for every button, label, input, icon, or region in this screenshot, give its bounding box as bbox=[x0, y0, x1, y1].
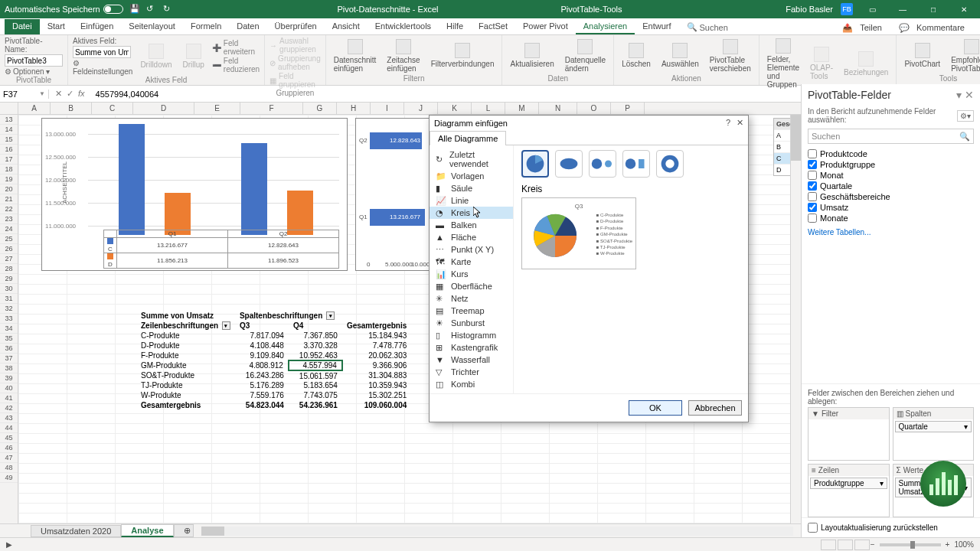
chart-type-item[interactable]: 📁Vorlagen bbox=[430, 170, 513, 182]
chart-type-item[interactable]: ⋯Punkt (X Y) bbox=[430, 243, 513, 256]
select-button[interactable]: Auswählen bbox=[658, 41, 702, 70]
cancel-button[interactable]: Abbrechen bbox=[688, 400, 742, 416]
row-header[interactable]: 45 bbox=[0, 433, 18, 443]
move-pt-button[interactable]: PivotTable verschieben bbox=[707, 37, 754, 74]
user-avatar[interactable]: FB bbox=[841, 3, 853, 15]
insert-slicer-button[interactable]: Datenschnitt einfügen bbox=[331, 37, 380, 74]
horizontal-scrollbar[interactable] bbox=[201, 527, 793, 536]
chart-preview[interactable]: Q3 ■ C-Produkte■ D-Produkte■ F-Produkte■… bbox=[521, 197, 636, 269]
refresh-button[interactable]: Aktualisieren bbox=[507, 41, 557, 70]
chart-type-item[interactable]: ▬Balken bbox=[430, 219, 513, 231]
row-header[interactable]: 23 bbox=[0, 214, 18, 224]
col-header[interactable]: B bbox=[51, 103, 92, 114]
barofpie-subtype[interactable] bbox=[622, 150, 650, 178]
normal-view-button[interactable] bbox=[821, 540, 836, 550]
sheet-tab[interactable]: Umsatzdaten 2020 bbox=[31, 525, 121, 537]
ribbon-tab-analysieren[interactable]: Analysieren bbox=[576, 19, 635, 34]
row-header[interactable]: 17 bbox=[0, 155, 18, 165]
record-macro-icon[interactable]: ▶ bbox=[6, 540, 12, 549]
share-button[interactable]: 📤 Teilen bbox=[838, 21, 891, 34]
vertical-scrollbar[interactable] bbox=[790, 115, 801, 523]
row-header[interactable]: 41 bbox=[0, 393, 18, 403]
row-header[interactable]: 21 bbox=[0, 194, 18, 204]
embedded-hbar-chart[interactable]: Q2 Q1 12.828.643 13.216.677 0 5.000.000 … bbox=[355, 118, 439, 271]
row-header[interactable]: 15 bbox=[0, 135, 18, 145]
zoom-slider[interactable] bbox=[880, 543, 941, 546]
pieofpie-subtype[interactable] bbox=[589, 150, 616, 178]
col-header[interactable]: C bbox=[92, 103, 133, 114]
row-header[interactable]: 30 bbox=[0, 284, 18, 294]
chart-type-item[interactable]: 📊Kurs bbox=[430, 268, 513, 280]
col-header[interactable]: F bbox=[240, 103, 303, 114]
ok-button[interactable]: OK bbox=[629, 400, 682, 416]
col-header[interactable]: L bbox=[472, 103, 505, 114]
comments-button[interactable]: 💬 Kommentare bbox=[894, 21, 974, 34]
close-icon[interactable]: ✕ bbox=[952, 2, 975, 17]
dialog-tab-all[interactable]: Alle Diagramme bbox=[430, 131, 506, 145]
undo-icon[interactable]: ↺ bbox=[146, 4, 157, 15]
field-item[interactable]: Produktgruppe bbox=[808, 159, 974, 170]
enter-fx-icon[interactable]: ✓ bbox=[67, 89, 74, 99]
row-header[interactable]: 33 bbox=[0, 314, 18, 324]
col-header[interactable]: N bbox=[539, 103, 577, 114]
col-header[interactable]: K bbox=[438, 103, 472, 114]
row-header[interactable]: 20 bbox=[0, 184, 18, 194]
filter-area[interactable]: ▼ Filter bbox=[808, 407, 890, 461]
pie3d-subtype[interactable] bbox=[555, 150, 583, 178]
pagebreak-view-button[interactable] bbox=[854, 540, 870, 550]
pivot-table[interactable]: Summe von UmsatzSpaltenbeschriftungen ▾Z… bbox=[136, 311, 411, 410]
ribbon-tab-entwicklertools[interactable]: Entwicklertools bbox=[368, 19, 439, 34]
row-header[interactable]: 25 bbox=[0, 234, 18, 244]
col-header[interactable]: H bbox=[337, 103, 371, 114]
row-header[interactable]: 36 bbox=[0, 344, 18, 354]
row-header[interactable]: 29 bbox=[0, 274, 18, 284]
col-header[interactable]: I bbox=[371, 103, 404, 114]
row-header[interactable]: 27 bbox=[0, 254, 18, 264]
zoom-out-button[interactable]: − bbox=[871, 540, 875, 549]
row-header[interactable]: 26 bbox=[0, 244, 18, 254]
row-header[interactable]: 49 bbox=[0, 473, 18, 483]
row-header[interactable]: 22 bbox=[0, 204, 18, 214]
maximize-icon[interactable]: □ bbox=[922, 2, 945, 17]
row-header[interactable]: 39 bbox=[0, 373, 18, 383]
field-item[interactable]: Monate bbox=[808, 213, 974, 223]
pt-name-input[interactable] bbox=[5, 54, 63, 67]
save-icon[interactable]: 💾 bbox=[129, 4, 140, 15]
chart-type-item[interactable]: ◫Kombi bbox=[430, 378, 513, 390]
col-header[interactable]: A bbox=[18, 103, 51, 114]
ribbon-tab-hilfe[interactable]: Hilfe bbox=[439, 19, 471, 34]
rows-area[interactable]: ≡ ZeilenProduktgruppe▾ bbox=[808, 464, 890, 517]
recommended-pt-button[interactable]: Empfohlene PivotTables bbox=[948, 37, 980, 74]
field-item[interactable]: Geschäftsbereiche bbox=[808, 191, 974, 202]
fieldpane-tools-icon[interactable]: ⚙▾ bbox=[957, 110, 974, 122]
fieldpane-close-icon[interactable]: ✕ bbox=[965, 89, 974, 101]
ribbon-mode-icon[interactable]: ▭ bbox=[861, 2, 884, 17]
ribbon-tab-ansicht[interactable]: Ansicht bbox=[325, 19, 368, 34]
row-header[interactable]: 47 bbox=[0, 453, 18, 463]
col-header[interactable]: O bbox=[577, 103, 611, 114]
field-item[interactable]: Umsatz bbox=[808, 202, 974, 213]
row-header[interactable]: 28 bbox=[0, 264, 18, 274]
add-sheet-button[interactable]: ⊕ bbox=[174, 524, 194, 537]
row-header[interactable]: 31 bbox=[0, 294, 18, 304]
ribbon-tab-factset[interactable]: FactSet bbox=[471, 19, 515, 34]
dialog-close-icon[interactable]: ✕ bbox=[737, 118, 743, 128]
ribbon-tab-power pivot[interactable]: Power Pivot bbox=[515, 19, 576, 34]
row-header[interactable]: 16 bbox=[0, 145, 18, 155]
chart-type-item[interactable]: ▮Säule bbox=[430, 182, 513, 194]
ribbon-tab-einfügen[interactable]: Einfügen bbox=[73, 19, 121, 34]
row-header[interactable]: 35 bbox=[0, 334, 18, 344]
ribbon-tab-seitenlayout[interactable]: Seitenlayout bbox=[121, 19, 183, 34]
dialog-help-icon[interactable]: ? bbox=[726, 118, 730, 128]
tell-me-search[interactable]: 🔍 Suchen bbox=[679, 20, 736, 34]
col-header[interactable]: M bbox=[505, 103, 539, 114]
ribbon-tab-start[interactable]: Start bbox=[40, 19, 73, 34]
chart-type-item[interactable]: ▽Trichter bbox=[430, 366, 513, 378]
row-header[interactable]: 48 bbox=[0, 463, 18, 473]
chart-type-item[interactable]: 📈Linie bbox=[430, 194, 513, 207]
ribbon-tab-daten[interactable]: Daten bbox=[229, 19, 266, 34]
col-header[interactable]: G bbox=[303, 103, 337, 114]
fx-icon[interactable]: fx bbox=[78, 89, 85, 99]
field-item[interactable]: Quartale bbox=[808, 181, 974, 191]
chart-type-item[interactable]: ▼Wasserfall bbox=[430, 354, 513, 366]
